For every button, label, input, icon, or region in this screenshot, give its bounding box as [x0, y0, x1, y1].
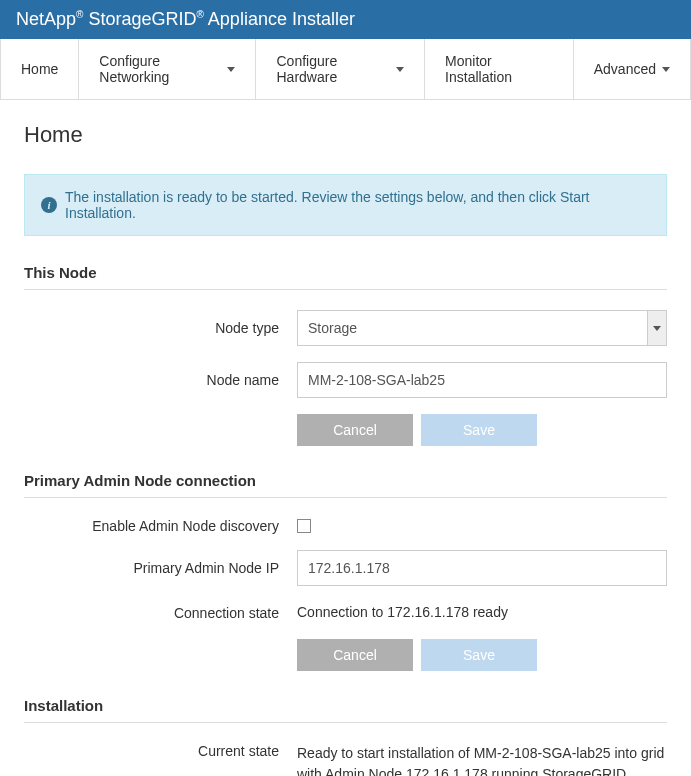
connection-state-label: Connection state	[24, 605, 297, 621]
nav-configure-hardware-label: Configure Hardware	[276, 53, 390, 85]
connection-state-value: Connection to 172.16.1.178 ready	[297, 602, 667, 623]
caret-down-icon	[662, 67, 670, 72]
info-alert-text: The installation is ready to be started.…	[65, 189, 650, 221]
nav-monitor-installation[interactable]: Monitor Installation	[425, 39, 574, 99]
caret-down-icon	[396, 67, 404, 72]
this-node-heading: This Node	[24, 264, 667, 290]
node-type-label: Node type	[24, 320, 297, 336]
current-state-label: Current state	[24, 743, 297, 759]
nav-advanced[interactable]: Advanced	[574, 39, 690, 99]
enable-discovery-checkbox[interactable]	[297, 519, 311, 533]
brand-prefix: NetApp	[16, 9, 76, 29]
current-state-value: Ready to start installation of MM-2-108-…	[297, 743, 667, 776]
enable-discovery-label: Enable Admin Node discovery	[24, 518, 297, 534]
info-icon: i	[41, 197, 57, 213]
reg-mark-2: ®	[196, 9, 203, 20]
primary-admin-ip-input[interactable]	[297, 550, 667, 586]
this-node-save-button[interactable]: Save	[421, 414, 537, 446]
primary-admin-cancel-button[interactable]: Cancel	[297, 639, 413, 671]
nav-home-label: Home	[21, 61, 58, 77]
app-header: NetApp® StorageGRID® Appliance Installer	[0, 0, 691, 39]
node-name-label: Node name	[24, 372, 297, 388]
info-alert: i The installation is ready to be starte…	[24, 174, 667, 236]
nav-configure-networking[interactable]: Configure Networking	[79, 39, 256, 99]
brand-mid: StorageGRID	[83, 9, 196, 29]
nav-configure-hardware[interactable]: Configure Hardware	[256, 39, 425, 99]
main-nav: Home Configure Networking Configure Hard…	[0, 39, 691, 100]
primary-admin-ip-label: Primary Admin Node IP	[24, 560, 297, 576]
primary-admin-save-button[interactable]: Save	[421, 639, 537, 671]
primary-admin-heading: Primary Admin Node connection	[24, 472, 667, 498]
node-type-select[interactable]: Storage	[297, 310, 667, 346]
nav-configure-networking-label: Configure Networking	[99, 53, 221, 85]
section-installation: Installation Current state Ready to star…	[24, 697, 667, 776]
section-primary-admin: Primary Admin Node connection Enable Adm…	[24, 472, 667, 671]
caret-down-icon	[227, 67, 235, 72]
installation-heading: Installation	[24, 697, 667, 723]
nav-home[interactable]: Home	[1, 39, 79, 99]
nav-advanced-label: Advanced	[594, 61, 656, 77]
section-this-node: This Node Node type Storage Node name Ca…	[24, 264, 667, 446]
page-content: Home i The installation is ready to be s…	[0, 100, 691, 776]
this-node-cancel-button[interactable]: Cancel	[297, 414, 413, 446]
node-name-input[interactable]	[297, 362, 667, 398]
nav-monitor-installation-label: Monitor Installation	[445, 53, 553, 85]
page-title: Home	[24, 122, 667, 148]
brand-suffix: Appliance Installer	[204, 9, 355, 29]
